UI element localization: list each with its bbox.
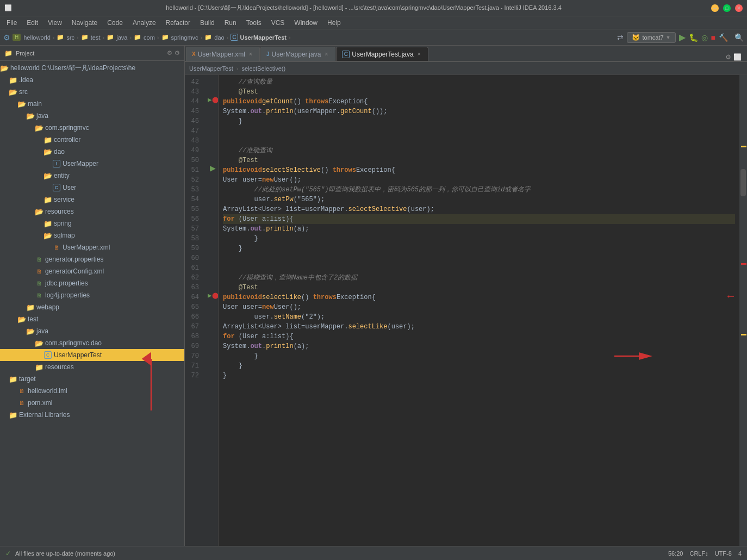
run-button[interactable]: ▶ — [679, 32, 686, 42]
tree-item-28[interactable]: 🗎helloworld.iml — [0, 385, 184, 397]
line-ending[interactable]: CRLF↕ — [689, 550, 708, 557]
toolbar-sync-icon[interactable]: ⇄ — [617, 33, 624, 42]
chevron-down-icon: ▼ — [666, 35, 671, 40]
tree-item-11[interactable]: CUser — [0, 182, 184, 194]
scroll-mark-2 — [741, 263, 746, 265]
tab-close-xml[interactable]: × — [247, 51, 254, 58]
code-line: //此处的setPw("565")即查询我数据表中，密码为565的那一列，你可以… — [223, 185, 735, 195]
menu-run[interactable]: Run — [220, 18, 241, 28]
project-label: Project — [16, 50, 34, 57]
code-content[interactable]: //查询数量 @Test public void getCount() thro… — [219, 75, 739, 546]
code-line: public void selectLike() throws Exceptio… — [223, 293, 735, 302]
code-line: public void getCount() throws Exception{ — [223, 97, 735, 107]
tree-icon: 📂 — [35, 339, 43, 347]
tree-icon: 🗎 — [17, 387, 26, 395]
tree-item-30[interactable]: 📁External Libraries — [0, 409, 184, 421]
editor-toolbar-expand[interactable]: ⚙ — [725, 53, 731, 61]
menu-window[interactable]: Window — [290, 18, 322, 28]
minimize-button[interactable]: ─ — [711, 4, 719, 12]
project-toolbar-gear[interactable]: ⚙ — [167, 49, 172, 57]
run-config-selector[interactable]: 🐱 tomcat7 ▼ — [627, 32, 675, 43]
tree-item-14[interactable]: 📁spring — [0, 217, 184, 229]
menu-analyze[interactable]: Analyze — [128, 18, 160, 28]
tree-item-23[interactable]: 📂java — [0, 325, 184, 337]
indent-settings[interactable]: 4 — [738, 550, 742, 557]
scroll-mark-3 — [741, 334, 746, 335]
menu-view[interactable]: View — [43, 18, 66, 28]
tree-item-1[interactable]: 📂helloworld C:\Users\邹一凡\IdeaProjects\he — [0, 62, 184, 74]
tree-item-18[interactable]: 🗎generatorConfig.xml — [0, 265, 184, 277]
tree-label: generatorConfig.xml — [45, 267, 104, 275]
tree-item-3[interactable]: 📂src — [0, 86, 184, 98]
project-icon: 📁 — [4, 49, 13, 57]
code-line: for (User a:list){ — [223, 214, 735, 224]
breadcrumb-method[interactable]: selectSelective() — [241, 65, 285, 72]
tab-close-test[interactable]: × — [416, 51, 422, 58]
build-button[interactable]: 🔨 — [719, 33, 728, 42]
editor-toolbar-split[interactable]: ⬜ — [733, 53, 742, 61]
code-line: user.setPw("565"); — [223, 195, 735, 204]
menu-file[interactable]: File — [2, 18, 21, 28]
code-line: } — [223, 361, 735, 371]
tree-item-16[interactable]: 🗎UserMapper.xml — [0, 241, 184, 253]
code-editor: 4243444546474849505152535455565758596061… — [185, 75, 747, 546]
java-icon: J — [266, 51, 270, 57]
stop-button[interactable]: ■ — [711, 33, 715, 42]
menu-navigate[interactable]: Navigate — [67, 18, 102, 28]
breadcrumb-class[interactable]: UserMapperTest — [189, 65, 233, 72]
tree-item-8[interactable]: 📂dao — [0, 146, 184, 158]
menu-refactor[interactable]: Refactor — [161, 18, 195, 28]
tree-icon: 📁 — [9, 375, 17, 383]
tree-item-27[interactable]: 📁target — [0, 373, 184, 385]
maximize-button[interactable]: □ — [723, 4, 731, 12]
menu-vcs[interactable]: VCS — [267, 18, 289, 28]
tab-usermapper-xml[interactable]: X UserMapper.xml × — [186, 47, 260, 61]
search-everywhere-icon[interactable]: 🔍 — [734, 33, 744, 42]
tree-icon: 📂 — [35, 123, 43, 132]
tree-item-17[interactable]: 🗎generator.properties — [0, 253, 184, 265]
debug-button[interactable]: 🐛 — [689, 33, 698, 42]
tab-usermappertest-java[interactable]: C UserMapperTest.java × — [336, 47, 428, 61]
tab-close-java[interactable]: × — [323, 51, 329, 58]
tree-item-15[interactable]: 📂sqlmap — [0, 229, 184, 241]
tree-item-7[interactable]: 📁controller — [0, 134, 184, 146]
tree-label: dao — [54, 148, 65, 155]
tree-item-5[interactable]: 📂java — [0, 110, 184, 122]
project-panel-header: 📁 Project ⚙ ⚙ — [0, 46, 184, 61]
right-scrollbar[interactable] — [739, 75, 747, 546]
close-button[interactable]: ✕ — [735, 4, 743, 12]
tree-item-29[interactable]: 🗎pom.xml — [0, 397, 184, 409]
cursor-position[interactable]: 56:20 — [668, 550, 683, 557]
tree-item-10[interactable]: 📂entity — [0, 170, 184, 182]
encoding[interactable]: UTF-8 — [715, 550, 732, 557]
tab-usermapper-java[interactable]: J UserMapper.java × — [260, 47, 335, 61]
tree-label: log4j.properties — [45, 291, 90, 299]
tree-item-22[interactable]: 📂test — [0, 313, 184, 325]
tree-item-19[interactable]: 🗎jdbc.properties — [0, 277, 184, 289]
code-line — [223, 263, 735, 273]
project-panel: 📁 Project ⚙ ⚙ 📂helloworld C:\Users\邹一凡\I… — [0, 46, 185, 546]
menu-build[interactable]: Build — [196, 18, 219, 28]
tree-item-21[interactable]: 📁webapp — [0, 301, 184, 313]
menu-help[interactable]: Help — [323, 18, 345, 28]
menu-edit[interactable]: Edit — [22, 18, 42, 28]
tree-item-6[interactable]: 📂com.springmvc — [0, 122, 184, 134]
tree-item-26[interactable]: 📁resources — [0, 361, 184, 373]
tree-label: com.springmvc — [45, 124, 89, 132]
tree-item-9[interactable]: IUserMapper — [0, 158, 184, 170]
tree-item-24[interactable]: 📂com.springmvc.dao — [0, 337, 184, 349]
tree-icon: I — [52, 159, 61, 168]
menu-code[interactable]: Code — [103, 18, 127, 28]
tree-item-20[interactable]: 🗎log4j.properties — [0, 289, 184, 301]
tree-item-13[interactable]: 📂resources — [0, 206, 184, 217]
menu-tools[interactable]: Tools — [242, 18, 266, 28]
tree-item-4[interactable]: 📂main — [0, 98, 184, 110]
tree-label: resources — [45, 363, 74, 371]
tree-label: generator.properties — [45, 256, 103, 263]
tree-item-2[interactable]: 📁.idea — [0, 74, 184, 86]
status-icon: ✓ — [5, 550, 11, 557]
tree-item-25[interactable]: CUserMapperTest — [0, 349, 184, 361]
coverage-button[interactable]: ◎ — [701, 33, 708, 42]
tree-item-12[interactable]: 📁service — [0, 194, 184, 206]
project-toolbar-settings[interactable]: ⚙ — [175, 49, 180, 57]
